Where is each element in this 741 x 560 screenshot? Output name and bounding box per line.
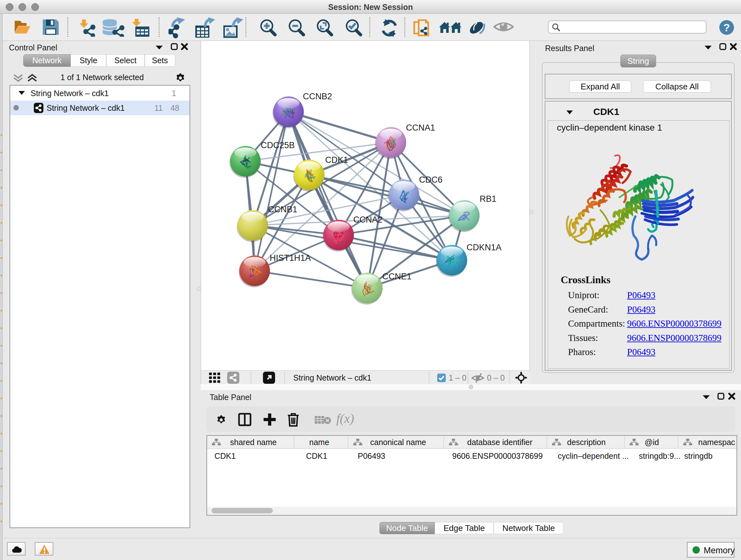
svg-text:HIST1H1A: HIST1H1A	[270, 253, 311, 263]
svg-text:CDK1: CDK1	[325, 155, 348, 165]
svg-text:CCNE1: CCNE1	[382, 272, 412, 281]
svg-text:RB1: RB1	[480, 194, 496, 204]
svg-text:CCNB1: CCNB1	[268, 205, 297, 214]
svg-text:CCNA1: CCNA1	[406, 123, 435, 132]
svg-text:CDC25B: CDC25B	[261, 140, 295, 150]
svg-text:CCNA2: CCNA2	[353, 215, 383, 225]
svg-text:CDC6: CDC6	[419, 175, 443, 185]
svg-text:CDKN1A: CDKN1A	[467, 243, 502, 252]
svg-text:CCNB2: CCNB2	[303, 91, 332, 101]
